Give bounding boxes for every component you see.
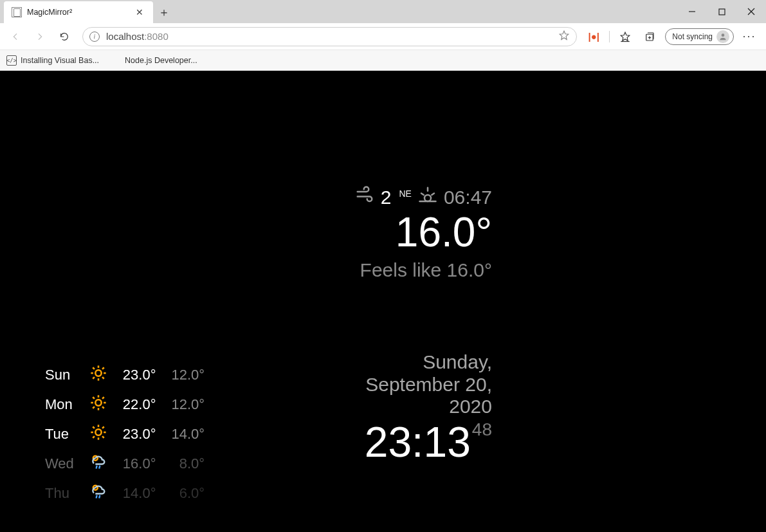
browser-titlebar: MagicMirror² ✕ ＋ [0,0,766,23]
url-text: localhost:8080 [106,31,169,42]
wind-speed: 2 [381,187,392,208]
clock-time: 23:1348 [325,421,492,463]
sunrise-time: 06:47 [444,187,492,208]
forecast-module: Sun23.0°12.0°Mon22.0°12.0°Tue23.0°14.0°W… [37,360,212,508]
page-content: 2 NE 06:47 16.0° Feels like 16.0° Sunday… [0,71,766,532]
current-temperature: 16.0° [355,212,492,253]
favorite-star-icon[interactable] [558,30,570,44]
toolbar-extensions: |●| Not syncing ··· [585,28,761,46]
window-close-button[interactable] [736,0,766,23]
wind-icon [355,185,374,209]
forecast-high: 23.0° [115,419,164,449]
window-maximize-button[interactable] [707,0,736,23]
forecast-day: Mon [37,390,82,419]
forecast-day: Sun [37,360,82,390]
code-icon: </> [6,55,17,66]
new-tab-button[interactable]: ＋ [153,1,175,23]
url-port: :8080 [144,31,169,42]
forecast-high: 14.0° [115,479,164,508]
wind-direction: NE [399,188,411,199]
forecast-table: Sun23.0°12.0°Mon22.0°12.0°Tue23.0°14.0°W… [37,360,212,508]
address-bar[interactable]: i localhost:8080 [82,27,577,46]
browser-tab[interactable]: MagicMirror² ✕ [4,1,153,23]
window-minimize-button[interactable] [677,0,707,23]
sync-label: Not syncing [672,32,713,41]
clock-module: Sunday, September 20, 2020 23:1348 [325,351,492,463]
svg-line-14 [432,194,434,196]
forecast-high: 22.0° [115,390,164,419]
url-host: localhost [106,31,144,42]
forecast-low: 8.0° [163,449,212,479]
profile-avatar-icon [716,30,729,43]
forecast-low: 14.0° [163,419,212,449]
bookmark-item[interactable]: </> Installing Visual Bas... [6,55,99,66]
sunrise-icon [418,185,437,209]
tab-close-button[interactable]: ✕ [134,7,145,17]
current-weather-module: 2 NE 06:47 16.0° Feels like 16.0° [355,185,492,281]
forecast-icon [82,479,115,508]
bookmark-label: Installing Visual Bas... [21,56,99,65]
profile-sync-button[interactable]: Not syncing [665,28,734,45]
toolbar-divider [609,31,610,42]
menu-button[interactable]: ··· [740,28,758,46]
back-button[interactable] [5,26,26,47]
forecast-day: Wed [37,449,82,479]
site-info-icon[interactable]: i [89,32,100,42]
favorites-list-icon[interactable] [616,28,634,46]
forecast-day: Thu [37,479,82,508]
bookmark-label: Node.js Developer... [125,56,197,65]
forecast-row: Wed16.0°8.0° [37,449,212,479]
forecast-icon [82,449,115,479]
clock-hhmm: 23:13 [365,418,471,466]
tab-title: MagicMirror² [27,8,129,17]
microsoft-icon [111,55,121,66]
forecast-row: Mon22.0°12.0° [37,390,212,419]
forecast-icon [82,360,115,390]
svg-rect-1 [719,9,725,15]
svg-point-10 [722,33,725,37]
bookmark-item[interactable]: Node.js Developer... [111,55,197,66]
forecast-high: 16.0° [115,449,164,479]
forecast-low: 12.0° [163,390,212,419]
clock-date: Sunday, September 20, 2020 [325,351,492,418]
forecast-low: 12.0° [163,360,212,390]
browser-toolbar: i localhost:8080 |●| Not syncing ··· [0,23,766,50]
clock-seconds: 48 [471,419,492,439]
bookmarks-bar: </> Installing Visual Bas... Node.js Dev… [0,50,766,71]
forward-button[interactable] [30,26,50,47]
forecast-row: Thu14.0°6.0° [37,479,212,508]
forecast-icon [82,419,115,449]
forecast-day: Tue [37,419,82,449]
window-controls [677,0,766,23]
collections-icon[interactable] [641,28,659,46]
svg-marker-5 [621,32,630,41]
svg-marker-4 [560,31,569,39]
forecast-row: Tue23.0°14.0° [37,419,212,449]
forecast-row: Sun23.0°12.0° [37,360,212,390]
weather-summary-row: 2 NE 06:47 [355,185,492,209]
forecast-icon [82,390,115,419]
forecast-low: 6.0° [163,479,212,508]
forecast-high: 23.0° [115,360,164,390]
svg-line-13 [421,194,424,196]
extension-icon[interactable]: |●| [585,28,603,46]
svg-point-11 [424,195,431,201]
refresh-button[interactable] [54,26,75,47]
feels-like: Feels like 16.0° [355,259,492,281]
tab-favicon [12,7,22,17]
